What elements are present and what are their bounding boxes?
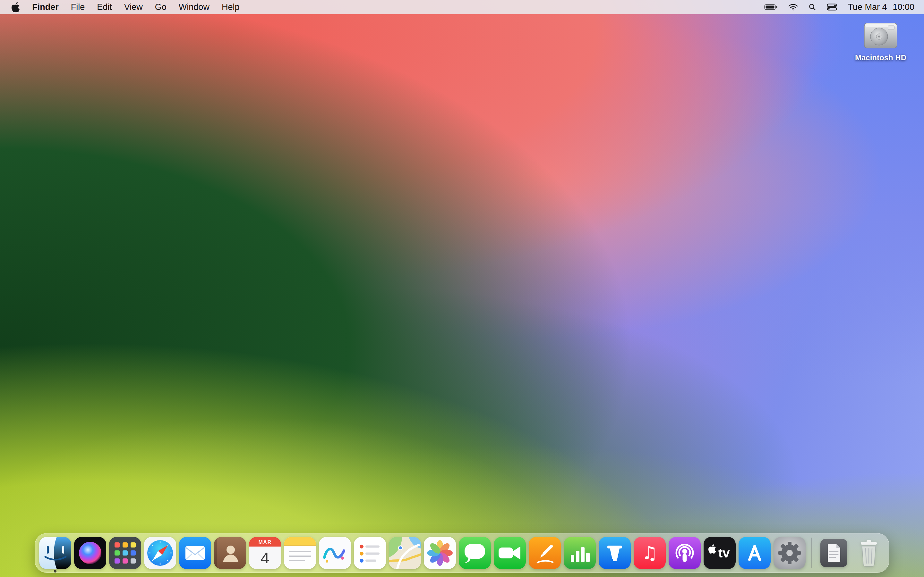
dock-maps[interactable] xyxy=(389,537,421,569)
dock-facetime[interactable] xyxy=(494,537,526,569)
hard-drive-icon xyxy=(861,19,900,52)
trash-icon xyxy=(853,537,885,569)
podcasts-icon xyxy=(669,537,701,569)
dock-siri[interactable] xyxy=(74,537,106,569)
dock-trash[interactable] xyxy=(853,537,885,569)
document-icon xyxy=(818,537,850,569)
calendar-icon: MAR 4 xyxy=(249,537,281,569)
dock-music[interactable]: ♫ xyxy=(634,537,666,569)
menu-status-area: Tue Mar 4 10:00 xyxy=(764,2,914,12)
tv-icon-label: tv xyxy=(718,546,730,560)
dock-launchpad[interactable] xyxy=(109,537,141,569)
menu-clock-date: Tue Mar 4 xyxy=(848,2,887,12)
freeform-icon xyxy=(319,537,351,569)
menu-go[interactable]: Go xyxy=(149,2,173,12)
macintosh-hd-desktop-icon[interactable]: Macintosh HD xyxy=(853,19,908,62)
dock-appstore[interactable] xyxy=(738,537,771,569)
menu-window[interactable]: Window xyxy=(173,2,216,12)
dock-safari[interactable] xyxy=(144,537,176,569)
dock-freeform[interactable] xyxy=(319,537,351,569)
numbers-icon xyxy=(564,537,596,569)
dock-tv[interactable]: tv xyxy=(704,537,736,569)
notes-icon xyxy=(284,537,316,569)
menu-bar: Finder File Edit View Go Window Help Tue… xyxy=(0,0,924,14)
finder-icon xyxy=(39,537,71,569)
settings-gear-icon xyxy=(774,537,806,569)
wallpaper xyxy=(0,0,924,577)
dock-pages[interactable] xyxy=(529,537,561,569)
dock-calendar[interactable]: MAR 4 xyxy=(249,537,281,569)
menu-help[interactable]: Help xyxy=(216,2,246,12)
spotlight-icon[interactable] xyxy=(809,3,816,11)
dock-keynote[interactable] xyxy=(599,537,631,569)
app-menu-finder[interactable]: Finder xyxy=(26,2,65,12)
wifi-icon[interactable] xyxy=(788,3,798,11)
desktop-screen: Finder File Edit View Go Window Help Tue… xyxy=(0,0,924,577)
messages-icon xyxy=(459,537,491,569)
dock: MAR 4 xyxy=(35,533,889,573)
menu-edit[interactable]: Edit xyxy=(91,2,118,12)
dock-podcasts[interactable] xyxy=(669,537,701,569)
reminders-icon xyxy=(354,537,386,569)
app-store-icon xyxy=(738,537,771,569)
dock-numbers[interactable] xyxy=(564,537,596,569)
dock-mail[interactable] xyxy=(179,537,211,569)
facetime-icon xyxy=(494,537,526,569)
maps-icon xyxy=(389,537,421,569)
dock-notes[interactable] xyxy=(284,537,316,569)
contacts-icon xyxy=(214,537,246,569)
menu-clock[interactable]: Tue Mar 4 10:00 xyxy=(848,2,914,12)
menu-clock-time: 10:00 xyxy=(893,2,914,12)
keynote-icon xyxy=(599,537,631,569)
tv-icon: tv xyxy=(704,537,736,569)
dock-reminders[interactable] xyxy=(354,537,386,569)
pages-icon xyxy=(529,537,561,569)
menu-file[interactable]: File xyxy=(65,2,91,12)
apple-menu-icon[interactable] xyxy=(10,2,26,12)
dock-separator xyxy=(811,538,812,568)
volume-label: Macintosh HD xyxy=(855,53,906,62)
battery-icon[interactable] xyxy=(764,3,778,11)
dock-settings[interactable] xyxy=(774,537,806,569)
dock-finder[interactable] xyxy=(39,537,71,569)
calendar-day: 4 xyxy=(261,550,270,566)
running-indicator xyxy=(54,570,57,572)
dock-downloads[interactable] xyxy=(818,537,850,569)
svg-text:♫: ♫ xyxy=(642,542,658,563)
control-center-icon[interactable] xyxy=(827,3,837,11)
menu-view[interactable]: View xyxy=(118,2,149,12)
siri-icon xyxy=(74,537,106,569)
dock-contacts[interactable] xyxy=(214,537,246,569)
music-icon: ♫ xyxy=(634,537,666,569)
mail-icon xyxy=(179,537,211,569)
photos-icon xyxy=(424,537,456,569)
dock-messages[interactable] xyxy=(459,537,491,569)
calendar-month: MAR xyxy=(258,540,272,545)
safari-icon xyxy=(144,537,176,569)
dock-photos[interactable] xyxy=(424,537,456,569)
launchpad-icon xyxy=(109,537,141,569)
